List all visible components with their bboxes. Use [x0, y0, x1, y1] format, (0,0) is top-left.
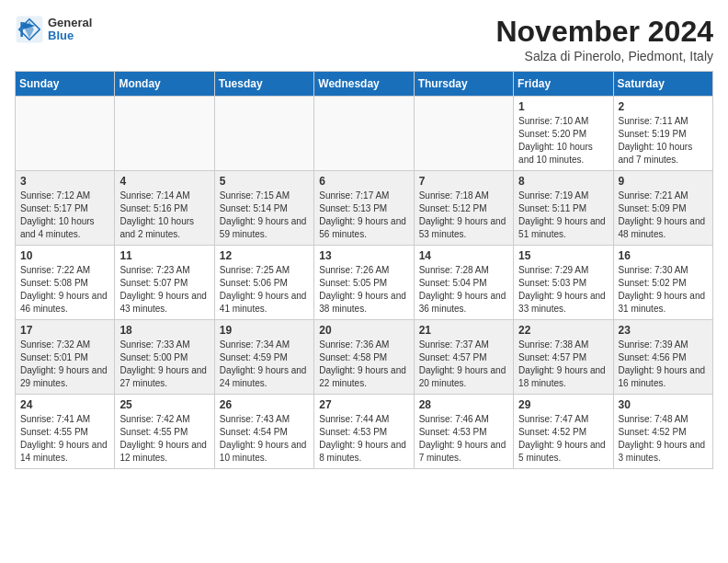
day-info: Sunrise: 7:43 AM Sunset: 4:54 PM Dayligh…	[220, 413, 309, 465]
day-number: 23	[619, 324, 708, 337]
week-row-3: 17Sunrise: 7:32 AM Sunset: 5:01 PM Dayli…	[16, 320, 713, 395]
day-number: 2	[619, 100, 708, 113]
logo-general: General	[48, 17, 92, 29]
day-cell: 13Sunrise: 7:26 AM Sunset: 5:05 PM Dayli…	[314, 246, 414, 320]
day-info: Sunrise: 7:22 AM Sunset: 5:08 PM Dayligh…	[20, 264, 109, 316]
logo-icon	[15, 15, 44, 44]
week-row-4: 24Sunrise: 7:41 AM Sunset: 4:55 PM Dayli…	[16, 395, 713, 469]
day-info: Sunrise: 7:15 AM Sunset: 5:14 PM Dayligh…	[220, 190, 309, 241]
day-number: 17	[20, 324, 109, 337]
day-cell	[115, 97, 214, 171]
day-info: Sunrise: 7:37 AM Sunset: 4:57 PM Dayligh…	[419, 339, 508, 390]
day-number: 16	[619, 249, 708, 262]
day-info: Sunrise: 7:18 AM Sunset: 5:12 PM Dayligh…	[419, 190, 508, 241]
day-cell: 29Sunrise: 7:47 AM Sunset: 4:52 PM Dayli…	[514, 395, 613, 469]
day-cell: 17Sunrise: 7:32 AM Sunset: 5:01 PM Dayli…	[16, 320, 115, 395]
day-number: 24	[20, 398, 109, 411]
day-info: Sunrise: 7:48 AM Sunset: 4:52 PM Dayligh…	[619, 413, 708, 465]
weekday-header-thursday: Thursday	[414, 72, 513, 97]
day-number: 4	[119, 175, 209, 188]
day-number: 13	[319, 249, 408, 262]
weekday-header-wednesday: Wednesday	[314, 72, 414, 97]
day-info: Sunrise: 7:19 AM Sunset: 5:11 PM Dayligh…	[518, 190, 608, 241]
week-row-0: 1Sunrise: 7:10 AM Sunset: 5:20 PM Daylig…	[16, 97, 713, 171]
day-info: Sunrise: 7:11 AM Sunset: 5:19 PM Dayligh…	[619, 115, 708, 167]
day-number: 7	[419, 175, 508, 188]
day-cell: 25Sunrise: 7:42 AM Sunset: 4:55 PM Dayli…	[115, 395, 214, 469]
day-info: Sunrise: 7:34 AM Sunset: 4:59 PM Dayligh…	[220, 339, 309, 390]
day-number: 27	[319, 398, 408, 411]
weekday-header-row: SundayMondayTuesdayWednesdayThursdayFrid…	[16, 72, 713, 97]
day-info: Sunrise: 7:17 AM Sunset: 5:13 PM Dayligh…	[319, 190, 408, 241]
day-info: Sunrise: 7:30 AM Sunset: 5:02 PM Dayligh…	[619, 264, 708, 316]
day-info: Sunrise: 7:29 AM Sunset: 5:03 PM Dayligh…	[518, 264, 608, 316]
day-cell: 14Sunrise: 7:28 AM Sunset: 5:04 PM Dayli…	[414, 246, 513, 320]
day-number: 6	[319, 175, 408, 188]
day-cell: 5Sunrise: 7:15 AM Sunset: 5:14 PM Daylig…	[214, 171, 313, 246]
day-info: Sunrise: 7:44 AM Sunset: 4:53 PM Dayligh…	[319, 413, 408, 465]
day-number: 8	[518, 175, 608, 188]
day-info: Sunrise: 7:38 AM Sunset: 4:57 PM Dayligh…	[518, 339, 608, 390]
day-cell: 3Sunrise: 7:12 AM Sunset: 5:17 PM Daylig…	[16, 171, 115, 246]
day-cell: 8Sunrise: 7:19 AM Sunset: 5:11 PM Daylig…	[514, 171, 613, 246]
day-number: 15	[518, 249, 608, 262]
day-number: 11	[119, 249, 209, 262]
day-info: Sunrise: 7:46 AM Sunset: 4:53 PM Dayligh…	[419, 413, 508, 465]
day-cell: 1Sunrise: 7:10 AM Sunset: 5:20 PM Daylig…	[514, 97, 613, 171]
day-cell	[314, 97, 414, 171]
day-info: Sunrise: 7:12 AM Sunset: 5:17 PM Dayligh…	[20, 190, 109, 241]
weekday-header-tuesday: Tuesday	[214, 72, 313, 97]
day-number: 21	[419, 324, 508, 337]
weekday-header-saturday: Saturday	[613, 72, 712, 97]
day-info: Sunrise: 7:25 AM Sunset: 5:06 PM Dayligh…	[220, 264, 309, 316]
day-cell: 27Sunrise: 7:44 AM Sunset: 4:53 PM Dayli…	[314, 395, 414, 469]
week-row-1: 3Sunrise: 7:12 AM Sunset: 5:17 PM Daylig…	[16, 171, 713, 246]
day-info: Sunrise: 7:28 AM Sunset: 5:04 PM Dayligh…	[419, 264, 508, 316]
day-cell: 18Sunrise: 7:33 AM Sunset: 5:00 PM Dayli…	[115, 320, 214, 395]
day-cell: 2Sunrise: 7:11 AM Sunset: 5:19 PM Daylig…	[613, 97, 712, 171]
day-number: 25	[119, 398, 209, 411]
weekday-header-monday: Monday	[115, 72, 214, 97]
day-cell: 19Sunrise: 7:34 AM Sunset: 4:59 PM Dayli…	[214, 320, 313, 395]
day-cell: 9Sunrise: 7:21 AM Sunset: 5:09 PM Daylig…	[613, 171, 712, 246]
weekday-header-friday: Friday	[514, 72, 613, 97]
day-number: 5	[220, 175, 309, 188]
day-number: 14	[419, 249, 508, 262]
day-info: Sunrise: 7:32 AM Sunset: 5:01 PM Dayligh…	[20, 339, 109, 390]
day-cell: 6Sunrise: 7:17 AM Sunset: 5:13 PM Daylig…	[314, 171, 414, 246]
day-info: Sunrise: 7:41 AM Sunset: 4:55 PM Dayligh…	[20, 413, 109, 465]
day-cell: 4Sunrise: 7:14 AM Sunset: 5:16 PM Daylig…	[115, 171, 214, 246]
day-number: 26	[220, 398, 309, 411]
day-number: 3	[20, 175, 109, 188]
day-cell: 21Sunrise: 7:37 AM Sunset: 4:57 PM Dayli…	[414, 320, 513, 395]
day-info: Sunrise: 7:47 AM Sunset: 4:52 PM Dayligh…	[518, 413, 608, 465]
location: Salza di Pinerolo, Piedmont, Italy	[495, 49, 713, 63]
day-info: Sunrise: 7:26 AM Sunset: 5:05 PM Dayligh…	[319, 264, 408, 316]
day-number: 18	[119, 324, 209, 337]
day-cell: 20Sunrise: 7:36 AM Sunset: 4:58 PM Dayli…	[314, 320, 414, 395]
day-info: Sunrise: 7:21 AM Sunset: 5:09 PM Dayligh…	[619, 190, 708, 241]
day-cell: 16Sunrise: 7:30 AM Sunset: 5:02 PM Dayli…	[613, 246, 712, 320]
day-info: Sunrise: 7:39 AM Sunset: 4:56 PM Dayligh…	[619, 339, 708, 390]
day-info: Sunrise: 7:10 AM Sunset: 5:20 PM Dayligh…	[518, 115, 608, 167]
day-cell: 11Sunrise: 7:23 AM Sunset: 5:07 PM Dayli…	[115, 246, 214, 320]
day-cell: 7Sunrise: 7:18 AM Sunset: 5:12 PM Daylig…	[414, 171, 513, 246]
svg-rect-3	[20, 22, 22, 37]
day-info: Sunrise: 7:42 AM Sunset: 4:55 PM Dayligh…	[119, 413, 209, 465]
day-cell: 26Sunrise: 7:43 AM Sunset: 4:54 PM Dayli…	[214, 395, 313, 469]
weekday-header-sunday: Sunday	[16, 72, 115, 97]
day-number: 19	[220, 324, 309, 337]
day-number: 30	[619, 398, 708, 411]
week-row-2: 10Sunrise: 7:22 AM Sunset: 5:08 PM Dayli…	[16, 246, 713, 320]
day-info: Sunrise: 7:33 AM Sunset: 5:00 PM Dayligh…	[119, 339, 209, 390]
day-number: 9	[619, 175, 708, 188]
day-cell: 22Sunrise: 7:38 AM Sunset: 4:57 PM Dayli…	[514, 320, 613, 395]
day-cell	[414, 97, 513, 171]
day-number: 29	[518, 398, 608, 411]
day-cell: 30Sunrise: 7:48 AM Sunset: 4:52 PM Dayli…	[613, 395, 712, 469]
logo-text: General Blue	[48, 17, 92, 43]
day-cell: 24Sunrise: 7:41 AM Sunset: 4:55 PM Dayli…	[16, 395, 115, 469]
day-cell	[16, 97, 115, 171]
day-number: 1	[518, 100, 608, 113]
day-number: 28	[419, 398, 508, 411]
